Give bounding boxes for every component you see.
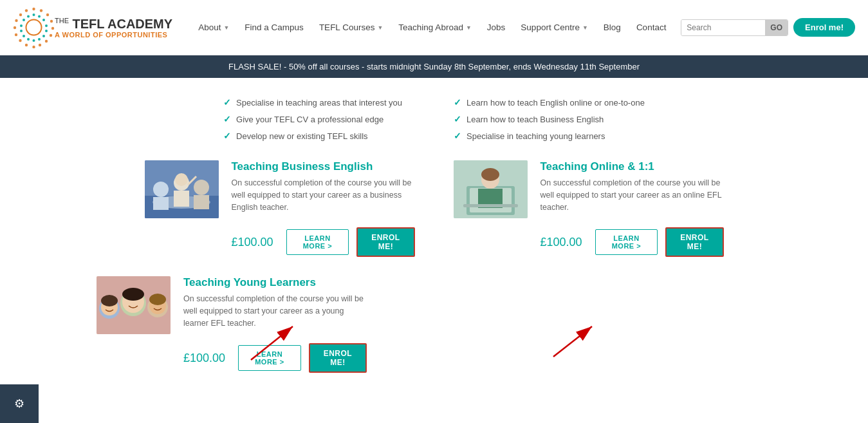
nav-contact[interactable]: Contact: [630, 17, 673, 37]
logo-text: THE TEFL ACADEMY A WORLD OF OPPORTUNITIE…: [55, 17, 172, 39]
enrol-header-button[interactable]: Enrol me!: [793, 18, 855, 37]
check-icon: ✓: [454, 114, 461, 124]
svg-point-35: [153, 182, 169, 197]
logo-tagline: A WORLD OF OPPORTUNITIES: [55, 31, 172, 39]
check-icon: ✓: [223, 131, 231, 141]
course-bottom: £100.00 LEARN MORE > ENROL ME!: [97, 343, 367, 373]
chevron-down-icon: ▼: [377, 24, 383, 31]
learn-more-button[interactable]: LEARN MORE >: [595, 229, 658, 255]
svg-point-26: [23, 35, 25, 37]
course-top: Teaching Online & 1:1 On successful comp…: [454, 160, 724, 218]
feature-item: ✓ Develop new or existing TEFL skills: [223, 131, 402, 141]
feature-item: ✓ Learn how to teach English online or o…: [454, 97, 645, 108]
logo-area: THE TEFL ACADEMY A WORLD OF OPPORTUNITIE…: [13, 6, 172, 48]
learn-more-button[interactable]: LEARN MORE >: [238, 345, 301, 371]
svg-point-48: [481, 168, 499, 181]
svg-point-22: [42, 35, 45, 37]
nav-tefl-courses[interactable]: TEFL Courses ▼: [313, 17, 389, 37]
check-icon: ✓: [223, 114, 231, 124]
svg-point-18: [38, 15, 41, 18]
course-description: On successful completion of the course y…: [540, 177, 724, 213]
course-price: £100.00: [540, 236, 582, 249]
check-icon: ✓: [454, 97, 461, 108]
nav-support-centre[interactable]: Support Centre ▼: [514, 17, 594, 37]
course-info: Teaching Business English On successful …: [232, 160, 415, 213]
course-image-young: [97, 276, 171, 334]
svg-point-1: [32, 8, 35, 10]
svg-point-7: [45, 40, 48, 42]
svg-point-58: [149, 294, 166, 305]
course-info: Teaching Young Learners On successful co…: [183, 276, 367, 329]
nav-blog[interactable]: Blog: [597, 17, 627, 37]
svg-point-20: [45, 24, 48, 27]
course-price: £100.00: [183, 352, 225, 365]
svg-point-14: [15, 19, 17, 22]
settings-corner[interactable]: ⚙: [0, 384, 39, 411]
search-box: GO: [681, 19, 788, 36]
svg-point-27: [20, 30, 23, 32]
svg-point-57: [101, 295, 118, 306]
course-description: On successful completion of the course y…: [183, 293, 367, 329]
svg-point-23: [38, 38, 41, 41]
enrol-button[interactable]: ENROL ME!: [665, 227, 723, 257]
svg-point-28: [20, 24, 23, 27]
feature-item: ✓ Specialise in teaching young learners: [454, 131, 645, 141]
course-top: Teaching Business English On successful …: [145, 160, 415, 218]
search-go-button[interactable]: GO: [765, 20, 788, 35]
svg-point-12: [15, 33, 17, 36]
svg-point-39: [194, 180, 209, 195]
course-title: Teaching Young Learners: [183, 276, 367, 289]
flash-banner: FLASH SALE! - 50% off all courses - star…: [0, 55, 868, 78]
course-title: Teaching Business English: [232, 160, 415, 173]
course-card-young-learners: Teaching Young Learners On successful co…: [97, 276, 367, 373]
nav-jobs[interactable]: Jobs: [481, 17, 512, 37]
chevron-down-icon: ▼: [466, 24, 472, 31]
svg-point-19: [42, 19, 45, 21]
svg-point-3: [46, 14, 49, 16]
svg-rect-36: [153, 197, 169, 210]
svg-point-4: [50, 20, 53, 23]
svg-point-8: [39, 44, 41, 46]
svg-point-16: [25, 9, 28, 12]
course-top: Teaching Young Learners On successful co…: [97, 276, 367, 334]
svg-point-11: [19, 39, 21, 42]
learn-more-button[interactable]: LEARN MORE >: [286, 229, 349, 255]
courses-row-1: Teaching Business English On successful …: [39, 160, 829, 257]
svg-rect-49: [463, 204, 518, 207]
courses-section: Teaching Business English On successful …: [0, 154, 868, 411]
feature-item: ✓ Specialise in teaching areas that inte…: [223, 97, 402, 108]
svg-rect-40: [194, 195, 209, 209]
svg-point-29: [23, 19, 25, 21]
header: THE TEFL ACADEMY A WORLD OF OPPORTUNITIE…: [0, 0, 868, 55]
svg-point-17: [33, 14, 35, 16]
main-nav: About ▼ Find a Campus TEFL Courses ▼ Tea…: [192, 17, 681, 37]
features-section: ✓ Specialise in teaching areas that inte…: [0, 78, 868, 154]
course-info: Teaching Online & 1:1 On successful comp…: [540, 160, 724, 213]
course-image-online: [454, 160, 528, 218]
course-image-business: [145, 160, 219, 218]
feature-item: ✓ Give your TEFL CV a professional edge: [223, 114, 402, 124]
chevron-down-icon: ▼: [223, 24, 229, 31]
nav-about[interactable]: About ▼: [192, 17, 235, 37]
enrol-button[interactable]: ENROL ME!: [309, 343, 367, 373]
nav-teaching-abroad[interactable]: Teaching Abroad ▼: [392, 17, 478, 37]
nav-find-campus[interactable]: Find a Campus: [238, 17, 310, 37]
svg-point-21: [45, 30, 48, 32]
courses-row-2: Teaching Young Learners On successful co…: [39, 276, 829, 373]
feature-item: ✓ Learn how to teach Business English: [454, 114, 645, 124]
svg-point-9: [32, 46, 35, 48]
svg-point-15: [19, 14, 22, 16]
chevron-down-icon: ▼: [582, 24, 588, 31]
course-bottom: £100.00 LEARN MORE > ENROL ME!: [145, 227, 415, 257]
svg-point-59: [122, 288, 144, 301]
enrol-button[interactable]: ENROL ME!: [356, 227, 414, 257]
svg-point-41: [175, 173, 188, 186]
check-icon: ✓: [454, 131, 461, 141]
course-description: On successful completion of the course y…: [232, 177, 415, 213]
course-card-online: Teaching Online & 1:1 On successful comp…: [454, 160, 724, 257]
svg-point-25: [27, 38, 30, 41]
search-input[interactable]: [681, 20, 765, 35]
svg-rect-38: [174, 191, 189, 207]
svg-point-30: [27, 15, 30, 18]
course-bottom: £100.00 LEARN MORE > ENROL ME!: [454, 227, 724, 257]
